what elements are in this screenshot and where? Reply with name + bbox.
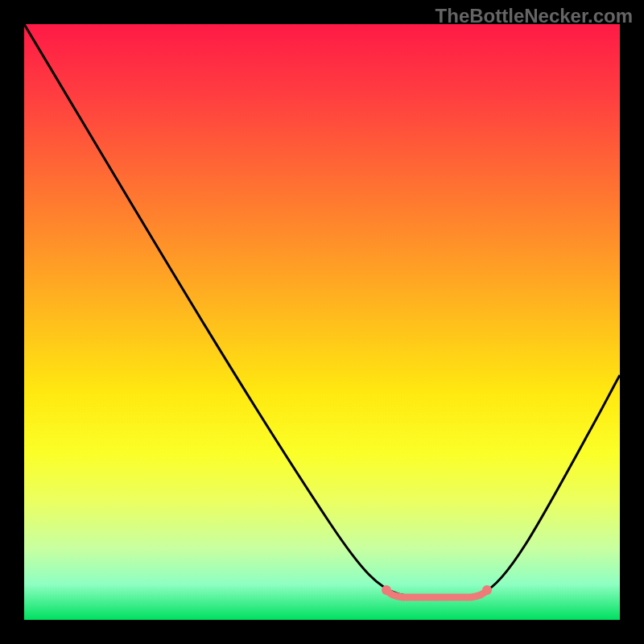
chart-root: TheBottleNecker.com <box>0 0 644 644</box>
chart-area <box>24 24 620 620</box>
optimal-start-dot <box>382 585 391 595</box>
frame-bottom <box>0 620 644 644</box>
frame-left <box>0 0 24 644</box>
bottleneck-curve <box>24 24 620 599</box>
curve-layer <box>24 24 620 620</box>
optimal-end-dot <box>482 585 492 595</box>
optimal-flat-zone <box>386 590 487 597</box>
watermark-text: TheBottleNecker.com <box>436 5 633 27</box>
frame-right <box>620 0 644 644</box>
